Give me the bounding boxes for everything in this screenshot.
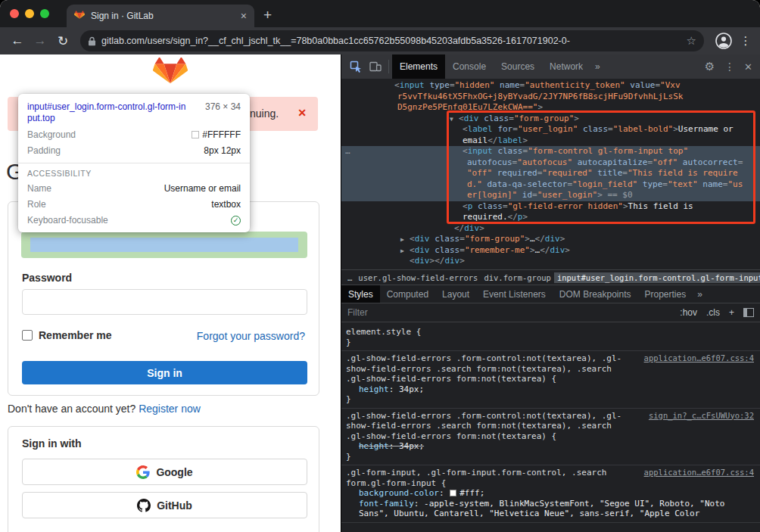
browser-menu-icon[interactable]: ⋮ — [739, 34, 752, 48]
css-selector[interactable]: .gl-show-field-errors form:not(textarea)… — [346, 374, 755, 384]
new-style-rule-button[interactable]: + — [729, 307, 734, 318]
alert-text: nuing. — [250, 107, 279, 120]
elements-code-line[interactable]: …<input class="form-control gl-form-inpu… — [341, 146, 760, 157]
breadcrumb-item[interactable]: … — [344, 272, 355, 283]
browser-tab[interactable]: Sign in · GitLab × — [67, 5, 254, 27]
devtools-tab-console[interactable]: Console — [445, 54, 494, 79]
elements-code-line[interactable]: required.</p> — [341, 212, 760, 223]
elements-code-line[interactable]: <input type="hidden" name="authenticity_… — [341, 80, 760, 92]
elements-code-line[interactable]: d." data-qa-selector="login_field" type=… — [341, 179, 760, 191]
more-sidebar-tabs-icon[interactable]: » — [693, 285, 707, 303]
elements-code-line[interactable]: "off" required="required" title="This fi… — [341, 168, 760, 179]
css-selector[interactable]: show-field-errors .search form:not(texta… — [346, 364, 755, 375]
sign-in-button[interactable]: Sign in — [22, 361, 307, 384]
tooltip-element-selector: input#user_login.form-control.gl-form-in… — [27, 101, 188, 124]
inspect-element-icon[interactable] — [346, 54, 366, 79]
github-signin-button[interactable]: GitHub — [22, 492, 307, 518]
css-selector[interactable]: form.gl-form-input { — [346, 478, 755, 489]
css-property[interactable]: background-color: #fff; — [346, 488, 755, 499]
sidebar-tab-event-listeners[interactable]: Event Listeners — [476, 285, 553, 303]
breadcrumb-item[interactable]: div.form-group — [481, 272, 554, 283]
zoom-window-button[interactable] — [40, 9, 49, 18]
stylesheet-link[interactable]: application…e6f07.css:4 — [644, 353, 754, 364]
google-signin-button[interactable]: Google — [22, 459, 307, 485]
elements-code-line[interactable]: ▼<div class="form-group"> — [341, 114, 760, 125]
url-text[interactable]: gitlab.com/users/sign_in?__cf_chl_jschl_… — [101, 36, 682, 46]
css-selector[interactable]: show-field-errors .search form:not(texta… — [346, 421, 755, 431]
css-selector[interactable]: .gl-show-field-errors form:not(textarea)… — [346, 431, 755, 442]
tooltip-padding-value: 8px 12px — [204, 145, 241, 156]
bookmark-star-icon[interactable]: ☆ — [687, 34, 696, 48]
devtools-menu-icon[interactable]: ⋮ — [720, 61, 740, 73]
devtools-close-icon[interactable]: ✕ — [740, 61, 760, 73]
reload-button[interactable]: ↻ — [53, 33, 73, 49]
css-property[interactable]: height: 34px; — [346, 384, 755, 395]
toggle-hover-state-button[interactable]: :hov — [680, 307, 697, 318]
inspect-highlight-username-input[interactable] — [21, 232, 307, 258]
css-property[interactable]: Sans", Ubuntu, Cantarell, "Helvetica Neu… — [346, 509, 755, 519]
styles-filter-input[interactable]: Filter — [347, 307, 368, 318]
devtools-tab-network[interactable]: Network — [542, 54, 590, 79]
close-window-button[interactable] — [10, 9, 19, 18]
github-icon — [137, 499, 151, 512]
elements-code-line[interactable]: ▶<div class="form-group">…</div> — [341, 234, 760, 245]
devtools-tab-elements[interactable]: Elements — [392, 54, 445, 79]
elements-tree: <input type="hidden" name="authenticity_… — [341, 79, 760, 269]
css-property[interactable]: height: 34px; — [346, 441, 755, 452]
password-field[interactable] — [22, 289, 307, 315]
breadcrumb-item[interactable]: user.gl-show-field-errors — [355, 272, 481, 283]
elements-code-line[interactable]: <label for="user_login" class="label-bol… — [341, 124, 760, 135]
alert-close-icon[interactable]: ✕ — [297, 107, 307, 119]
tooltip-role-label: Role — [27, 199, 46, 210]
toggle-class-button[interactable]: .cls — [706, 307, 720, 318]
more-tabs-icon[interactable]: » — [590, 61, 605, 72]
tooltip-background-value: #FFFFFF — [202, 129, 241, 140]
elements-code-line[interactable]: email</label> — [341, 135, 760, 147]
breadcrumb-item[interactable]: input#user_login.form-control.gl-form-in… — [554, 272, 760, 283]
elements-code-line[interactable]: </div> — [341, 223, 760, 235]
device-toolbar-icon[interactable] — [366, 54, 385, 79]
sidebar-tab-layout[interactable]: Layout — [435, 285, 476, 303]
expand-arrow-icon[interactable]: ▶ — [400, 246, 410, 257]
minimize-window-button[interactable] — [25, 9, 34, 18]
gutter-ellipsis[interactable]: … — [345, 146, 350, 157]
stylesheet-link[interactable]: sign_in?_c…cFsUWUyo:32 — [649, 411, 754, 422]
devtools-tab-sources[interactable]: Sources — [494, 54, 542, 79]
elements-code-line[interactable]: ▶<div class="remember-me">…</div> — [341, 245, 760, 257]
devtools-panel: ElementsConsoleSourcesNetwork » ⚙ ⋮ ✕ <i… — [341, 54, 760, 532]
computed-pane-toggle-icon[interactable] — [743, 308, 754, 317]
url-bar[interactable]: gitlab.com/users/sign_in?__cf_chl_jschl_… — [80, 30, 704, 51]
gitlab-signin-page: nuing. ✕ G Password Remember me Forgot y… — [0, 54, 341, 532]
color-swatch[interactable] — [450, 490, 456, 496]
forgot-password-link[interactable]: Forgot your password? — [197, 330, 305, 342]
stylesheet-link[interactable]: application…e6f07.css:4 — [644, 468, 754, 478]
sidebar-tab-computed[interactable]: Computed — [380, 285, 435, 303]
remember-me-checkbox[interactable] — [22, 330, 33, 341]
styles-filter-bar: Filter :hov .cls + — [341, 303, 760, 322]
sidebar-tab-properties[interactable]: Properties — [638, 285, 693, 303]
tab-close-icon[interactable]: × — [241, 10, 247, 22]
elements-code-line[interactable]: autofocus="autofocus" autocapitalize="of… — [341, 157, 760, 169]
css-selector[interactable]: element.style { — [346, 327, 755, 338]
elements-code-line[interactable]: <div></div> — [341, 256, 760, 267]
settings-gear-icon[interactable]: ⚙ — [699, 60, 720, 73]
styles-pane: element.style {}application…e6f07.css:4.… — [341, 322, 760, 532]
css-rule: application…e6f07.css:4.gl-form-input, .… — [341, 465, 760, 523]
sidebar-tab-styles[interactable]: Styles — [341, 285, 380, 303]
elements-code-line[interactable]: r5vvTfku46tX5FhxOG+j8yBYvadG/2JY7NP6fB8s… — [341, 92, 760, 103]
elements-code-line[interactable]: <p class="gl-field-error hidden">This fi… — [341, 201, 760, 213]
css-property[interactable]: font-family: -apple-system, BlinkMacSyst… — [346, 499, 755, 509]
collapse-arrow-icon[interactable]: ▼ — [450, 114, 459, 126]
tooltip-divider — [18, 163, 250, 163]
oauth-card: Sign in with Google GitHub — [8, 426, 319, 532]
profile-avatar[interactable] — [715, 32, 733, 50]
elements-code-line[interactable]: er[login]" id="user_login"> == $0 — [341, 190, 760, 201]
sidebar-tab-dom-breakpoints[interactable]: DOM Breakpoints — [553, 285, 638, 303]
forward-button[interactable]: → — [30, 33, 50, 48]
styles-sidebar-tabs: StylesComputedLayoutEvent ListenersDOM B… — [341, 285, 760, 303]
register-now-link[interactable]: Register now — [139, 403, 201, 415]
new-tab-button[interactable]: + — [263, 5, 272, 25]
expand-arrow-icon[interactable]: ▶ — [400, 235, 410, 246]
elements-code-line[interactable]: D5gnzPe5PEnfq01Eu7LZekCWA=="> — [341, 102, 760, 114]
back-button[interactable]: ← — [8, 33, 27, 48]
